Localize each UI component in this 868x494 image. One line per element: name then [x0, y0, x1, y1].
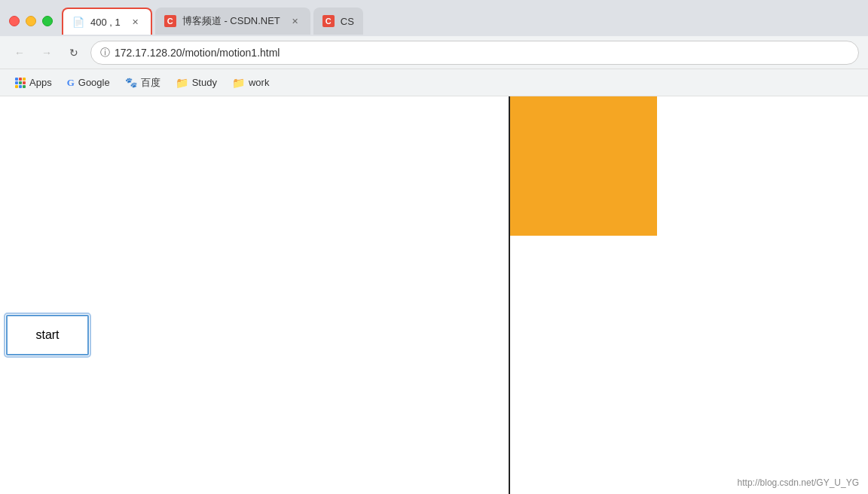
tab-csdn-close-button[interactable]: ✕ [289, 15, 301, 27]
tab-csdn-label: 博客频道 - CSDN.NET [182, 14, 280, 28]
url-text: 172.17.128.20/motion/motion1.html [115, 47, 280, 59]
csdn-icon: C [164, 15, 176, 27]
bookmark-baidu-label: 百度 [141, 76, 160, 90]
status-bar-url: http://blog.csdn.net/GY_U_YG [738, 477, 859, 488]
reload-button[interactable]: ↻ [63, 42, 84, 63]
apps-grid-icon [15, 78, 26, 88]
study-folder-icon: 📁 [176, 77, 188, 89]
csdn-icon2: C [322, 15, 335, 27]
orange-box [510, 96, 657, 236]
address-bar[interactable]: ⓘ 172.17.128.20/motion/motion1.html [90, 41, 859, 65]
page-content: start http://blog.csdn.net/GY_U_YG [0, 96, 868, 494]
bookmark-google-label: Google [78, 77, 110, 88]
back-button[interactable]: ← [9, 42, 30, 63]
bookmark-apps[interactable]: Apps [9, 74, 58, 91]
bookmark-work-label: work [249, 77, 269, 88]
title-bar: 📄 400 , 1 ✕ C 博客频道 - CSDN.NET ✕ C CS [0, 0, 868, 36]
tab-active-label: 400 , 1 [90, 17, 121, 28]
bookmarks-bar: Apps G Google 🐾 百度 📁 Study 📁 work [0, 69, 868, 96]
start-button[interactable]: start [6, 315, 89, 355]
tabs-area: 📄 400 , 1 ✕ C 博客频道 - CSDN.NET ✕ C CS [62, 8, 868, 35]
tab-close-button[interactable]: ✕ [130, 16, 142, 28]
tab-csdn[interactable]: C 博客频道 - CSDN.NET ✕ [155, 8, 310, 35]
browser-chrome: 📄 400 , 1 ✕ C 博客频道 - CSDN.NET ✕ C CS ← →… [0, 0, 868, 96]
bookmark-google[interactable]: G Google [61, 74, 116, 92]
baidu-icon: 🐾 [125, 77, 137, 88]
minimize-button[interactable] [26, 16, 36, 26]
bookmark-study[interactable]: 📁 Study [170, 74, 223, 92]
bookmark-work[interactable]: 📁 work [226, 74, 275, 92]
bookmark-study-label: Study [192, 77, 217, 88]
maximize-button[interactable] [42, 16, 53, 26]
close-button[interactable] [9, 16, 20, 26]
google-icon: G [67, 77, 75, 89]
forward-button[interactable]: → [36, 42, 57, 63]
bookmark-baidu[interactable]: 🐾 百度 [119, 73, 167, 93]
tab-csdn2[interactable]: C CS [313, 8, 363, 35]
tab-active[interactable]: 📄 400 , 1 ✕ [62, 8, 152, 35]
info-icon: ⓘ [100, 46, 110, 59]
nav-bar: ← → ↻ ⓘ 172.17.128.20/motion/motion1.htm… [0, 36, 868, 69]
tab-csdn2-label: CS [341, 16, 354, 27]
traffic-lights [0, 16, 62, 26]
work-folder-icon: 📁 [232, 77, 245, 89]
document-icon: 📄 [72, 16, 84, 28]
bookmark-apps-label: Apps [29, 77, 52, 88]
